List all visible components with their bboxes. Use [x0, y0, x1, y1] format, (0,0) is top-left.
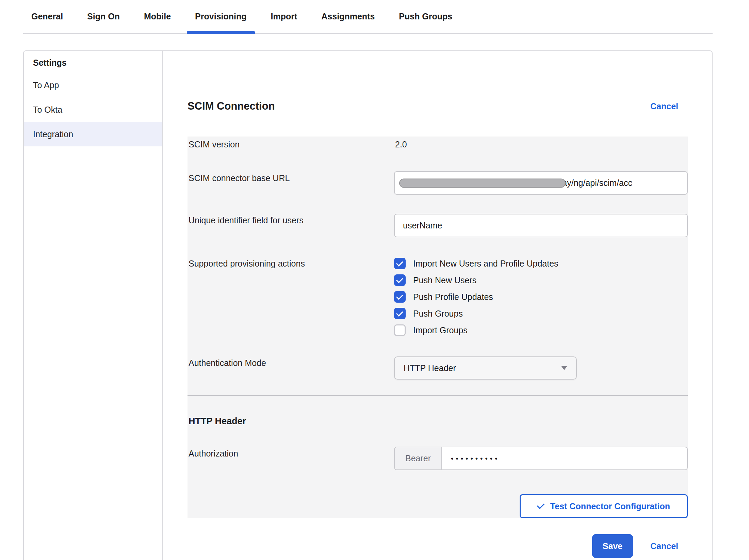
test-connector-button[interactable]: Test Connector Configuration: [520, 494, 688, 518]
option-label: Push Profile Updates: [413, 292, 493, 302]
unique-id-row: Unique identifier field for users userNa…: [188, 214, 688, 237]
tab-assignments[interactable]: Assignments: [313, 0, 383, 33]
checkbox-checked-icon[interactable]: [394, 291, 406, 303]
tab-mobile[interactable]: Mobile: [136, 0, 179, 33]
checkbox-checked-icon[interactable]: [394, 274, 406, 286]
test-connector-label: Test Connector Configuration: [550, 501, 670, 511]
option-import-groups[interactable]: Import Groups: [394, 324, 688, 336]
test-connector-row: Test Connector Configuration: [188, 494, 688, 518]
option-import-new-users[interactable]: Import New Users and Profile Updates: [394, 258, 688, 269]
auth-mode-value: HTTP Header: [404, 363, 456, 373]
tab-provisioning[interactable]: Provisioning: [187, 0, 255, 33]
auth-mode-label: Authentication Mode: [188, 356, 394, 380]
base-url-label: SCIM connector base URL: [188, 171, 394, 195]
authorization-token-input[interactable]: ••••••••••: [442, 447, 500, 469]
auth-mode-select[interactable]: HTTP Header: [394, 356, 577, 380]
tab-import[interactable]: Import: [263, 0, 306, 33]
save-button[interactable]: Save: [592, 534, 633, 558]
provisioning-panel: Settings To App To Okta Integration SCIM…: [23, 50, 713, 560]
authorization-input-group: Bearer ••••••••••: [394, 447, 688, 470]
sidebar-item-to-okta[interactable]: To Okta: [24, 97, 162, 122]
settings-sidebar: Settings To App To Okta Integration: [24, 51, 163, 560]
bearer-prefix: Bearer: [395, 447, 442, 469]
option-push-groups[interactable]: Push Groups: [394, 308, 688, 319]
redaction-bar: [399, 178, 566, 188]
checkbox-checked-icon[interactable]: [394, 308, 406, 319]
chevron-down-icon: [561, 366, 567, 370]
provisioning-actions-label: Supported provisioning actions: [188, 258, 394, 336]
http-header-section-title: HTTP Header: [188, 416, 688, 426]
scim-version-label: SCIM version: [188, 140, 394, 149]
form-actions: Save Cancel: [188, 534, 688, 558]
app-tab-bar: General Sign On Mobile Provisioning Impo…: [23, 0, 713, 34]
option-label: Import Groups: [413, 325, 468, 335]
tab-push-groups[interactable]: Push Groups: [391, 0, 460, 33]
cancel-link-top[interactable]: Cancel: [650, 101, 678, 111]
option-label: Push New Users: [413, 275, 476, 285]
main-content: SCIM Connection Cancel SCIM version 2.0 …: [163, 51, 712, 560]
base-url-input[interactable]: https://h5lzl-135-19-67-149.ngrok.io/gat…: [394, 171, 688, 195]
cancel-link-bottom[interactable]: Cancel: [650, 541, 678, 551]
base-url-row: SCIM connector base URL https://h5lzl-13…: [188, 171, 688, 195]
sidebar-item-to-app[interactable]: To App: [24, 73, 162, 97]
auth-mode-row: Authentication Mode HTTP Header: [188, 356, 688, 380]
option-push-new-users[interactable]: Push New Users: [394, 274, 688, 286]
sidebar-title: Settings: [24, 56, 162, 69]
checkbox-unchecked-icon[interactable]: [394, 324, 406, 336]
sidebar-item-integration[interactable]: Integration: [24, 122, 162, 146]
check-icon: [537, 501, 545, 509]
page-header: SCIM Connection Cancel: [188, 99, 688, 113]
authorization-row: Authorization Bearer ••••••••••: [188, 447, 688, 470]
option-label: Import New Users and Profile Updates: [413, 259, 558, 269]
page-title: SCIM Connection: [188, 100, 275, 112]
provisioning-actions-row: Supported provisioning actions Import Ne…: [188, 258, 688, 336]
checkbox-checked-icon[interactable]: [394, 258, 406, 269]
scim-version-row: SCIM version 2.0: [188, 137, 688, 149]
tab-sign-on[interactable]: Sign On: [79, 0, 128, 33]
unique-id-input[interactable]: userName: [394, 214, 688, 237]
scim-version-value: 2.0: [394, 140, 688, 149]
option-label: Push Groups: [413, 309, 463, 319]
section-divider: [188, 395, 688, 396]
option-push-profile-updates[interactable]: Push Profile Updates: [394, 291, 688, 303]
tab-general[interactable]: General: [23, 0, 71, 33]
unique-id-label: Unique identifier field for users: [188, 214, 394, 237]
scim-form-panel: SCIM version 2.0 SCIM connector base URL…: [188, 137, 688, 518]
authorization-label: Authorization: [188, 447, 394, 470]
